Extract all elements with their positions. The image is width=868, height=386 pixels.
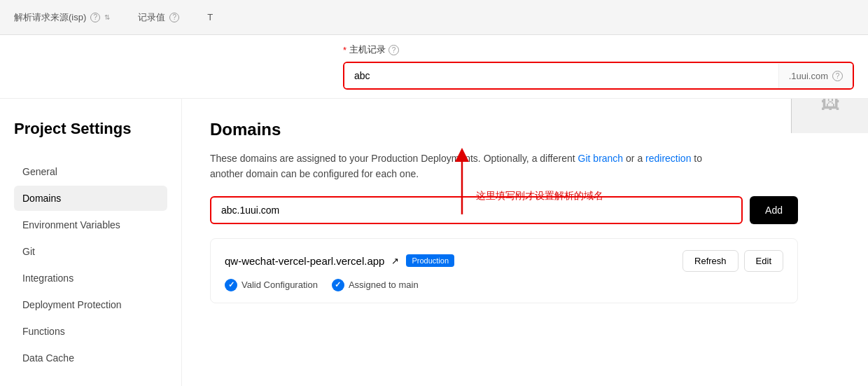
dns-panel-label: * 主机记录 ? [343,43,854,56]
dns-suffix: .1uui.com ? [778,64,853,88]
domains-title: Domains [210,120,840,139]
sidebar-item-integrations[interactable]: Integrations [14,266,167,291]
main-content: Domains These domains are assigned to yo… [182,99,868,386]
sidebar-item-git[interactable]: Git [14,239,167,264]
t-label: T [207,12,213,22]
desc-part1: These domains are assigned to your Produ… [210,153,575,164]
sidebar-item-deployment-protection[interactable]: Deployment Protection [14,292,167,317]
isp-label: 解析请求来源(isp) [14,11,86,24]
sidebar-item-domains[interactable]: Domains [14,186,167,211]
sidebar-title: Project Settings [14,120,167,138]
assigned-main-label: Assigned to main [349,280,419,290]
dns-input-row: .1uui.com ? [343,62,854,90]
production-badge: Production [406,254,454,267]
sidebar-item-functions[interactable]: Functions [14,319,167,344]
record-help-icon[interactable]: ? [169,13,179,22]
redirection-link[interactable]: redirection [645,153,691,164]
valid-config-check-icon: ✓ [225,279,237,291]
domain-name: qw-wechat-vercel-pearl.vercel.app [225,255,384,267]
isp-column[interactable]: 解析请求来源(isp) ? ⇅ [14,11,110,24]
card-actions: Refresh Edit [682,250,783,272]
add-domain-button[interactable]: Add [750,196,798,224]
sidebar-nav: General Domains Environment Variables Gi… [14,159,167,371]
desc-part2: or a [626,153,643,164]
sidebar-item-env-vars[interactable]: Environment Variables [14,212,167,237]
refresh-button[interactable]: Refresh [682,250,738,272]
dns-suffix-help-icon[interactable]: ? [832,71,843,81]
domain-input[interactable] [210,196,743,224]
top-bar: 解析请求来源(isp) ? ⇅ 记录值 ? T [0,0,868,35]
dns-host-input[interactable] [344,63,778,88]
main-layout: Project Settings General Domains Environ… [0,99,868,386]
external-link-icon[interactable]: ↗ [391,256,399,266]
sidebar-item-data-cache[interactable]: Data Cache [14,345,167,371]
git-branch-link[interactable]: Git branch [578,153,624,164]
dns-label: 主机记录 [349,43,386,56]
domain-name-row: qw-wechat-vercel-pearl.vercel.app ↗ Prod… [225,254,454,267]
required-star: * [343,45,346,55]
sidebar: Project Settings General Domains Environ… [0,99,182,386]
sidebar-item-general[interactable]: General [14,159,167,184]
valid-config-label: Valid Configuration [241,280,318,290]
add-domain-row: Add [210,196,798,224]
domain-card: qw-wechat-vercel-pearl.vercel.app ↗ Prod… [210,238,798,303]
record-value-label: 记录值 [138,11,165,24]
assigned-to-main-item: ✓ Assigned to main [332,279,419,291]
record-value-column[interactable]: 记录值 ? [138,11,179,24]
edit-button[interactable]: Edit [744,250,783,272]
domain-card-top: qw-wechat-vercel-pearl.vercel.app ↗ Prod… [225,250,783,272]
dns-help-icon[interactable]: ? [388,45,399,55]
isp-help-icon[interactable]: ? [90,13,100,22]
valid-config-item: ✓ Valid Configuration [225,279,318,291]
assigned-main-check-icon: ✓ [332,279,344,291]
isp-sort-icon[interactable]: ⇅ [104,13,110,21]
domain-card-bottom: ✓ Valid Configuration ✓ Assigned to main [225,279,783,291]
domains-description: These domains are assigned to your Produ… [210,151,735,182]
t-column: T [207,12,213,22]
dns-suffix-text: .1uui.com [789,71,828,81]
